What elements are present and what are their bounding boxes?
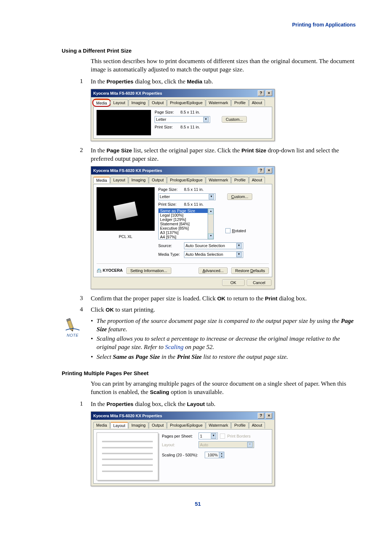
scroll-down-icon[interactable]: ▾ [208, 233, 213, 239]
scaling-input[interactable] [205, 452, 219, 458]
page-size-value: 8.5 x 11 in. [180, 110, 202, 114]
chevron-down-icon: ▾ [247, 442, 253, 447]
titlebar-buttons: ? × [257, 90, 272, 96]
tab-watermark[interactable]: Watermark [206, 422, 231, 428]
page-size-label: Page Size: [158, 187, 182, 192]
tab-prologue[interactable]: Prologue/Epilogue [167, 99, 205, 106]
step-number: 1 [80, 78, 91, 85]
tab-media[interactable]: Media [93, 177, 110, 183]
tab-media[interactable]: Media [93, 99, 110, 106]
list-item[interactable]: Same as Page Size [159, 209, 208, 213]
t: Scaling [150, 389, 169, 395]
t: Click [91, 306, 106, 313]
tab-layout[interactable]: Layout [110, 99, 128, 106]
print-size-label: Print Size: [155, 125, 178, 129]
t: tab. [202, 78, 213, 85]
spin-down-icon[interactable]: ▾ [219, 455, 224, 458]
step-number: 4 [80, 306, 91, 313]
tab-imaging[interactable]: Imaging [128, 422, 148, 428]
tab-profile[interactable]: Profile [231, 99, 248, 106]
tab-imaging[interactable]: Imaging [128, 99, 148, 106]
t: Page Size [106, 147, 132, 153]
tabstrip: Media Layout Imaging Output Prologue/Epi… [93, 99, 272, 106]
list-item[interactable]: Executive [85%] [159, 226, 208, 230]
chevron-down-icon: ▾ [211, 433, 216, 439]
tab-profile[interactable]: Profile [231, 177, 248, 183]
print-size-listbox[interactable]: Same as Page Size Legal [100%] Ledger [1… [158, 208, 208, 239]
t: Print Size [241, 147, 266, 153]
tab-output[interactable]: Output [149, 177, 167, 183]
chevron-down-icon: ▾ [203, 117, 209, 122]
tab-output[interactable]: Output [149, 99, 167, 106]
step-text: In the Page Size list, select the origin… [91, 147, 356, 163]
tab-prologue[interactable]: Prologue/Epilogue [167, 177, 205, 183]
media-type-label: Media Type: [158, 252, 182, 257]
tab-about[interactable]: About [249, 177, 265, 183]
layout-dropdown: Auto ▾ [199, 441, 254, 448]
t: Print Size [177, 353, 202, 360]
page-number: 51 [40, 501, 356, 507]
preview-thumbnail [97, 110, 151, 135]
tab-watermark[interactable]: Watermark [206, 177, 231, 183]
list-item[interactable]: A3 [137%] [159, 230, 208, 235]
tab-prologue[interactable]: Prologue/Epilogue [167, 422, 205, 428]
t: Properties [106, 78, 133, 85]
source-label: Source: [158, 243, 182, 248]
tab-imaging[interactable]: Imaging [128, 177, 148, 183]
dropdown-value: Letter [156, 117, 166, 122]
restore-defaults-button[interactable]: Restore Defaults [231, 267, 269, 274]
pages-per-sheet-dropdown[interactable]: 1 ▾ [199, 432, 218, 439]
dialog-properties-media: Kyocera Mita FS-6020 KX Properties ? × M… [91, 89, 275, 141]
tab-output[interactable]: Output [149, 422, 167, 428]
close-button[interactable]: × [266, 168, 272, 173]
t: tab. [205, 401, 215, 407]
media-type-dropdown[interactable]: Auto Media Selection ▾ [184, 251, 243, 258]
ok-button[interactable]: OK [222, 279, 245, 286]
tab-media[interactable]: Media [93, 422, 110, 428]
scaling-link[interactable]: Scaling [165, 344, 184, 350]
step-text: In the Properties dialog box, click the … [91, 78, 356, 86]
kyocera-logo: 📇 KYOCERA [97, 268, 123, 273]
close-button[interactable]: × [266, 413, 272, 419]
tab-watermark[interactable]: Watermark [206, 99, 231, 106]
tab-layout[interactable]: Layout [110, 422, 128, 428]
setting-info-button[interactable]: Setting Information... [126, 267, 171, 274]
scroll-up-icon[interactable]: ▴ [208, 209, 213, 214]
dialog-titlebar: Kyocera Mita FS-6020 KX Properties ? × [91, 89, 274, 97]
tab-profile[interactable]: Profile [231, 422, 248, 428]
note-label: NOTE [62, 333, 83, 337]
page-size-dropdown[interactable]: Letter ▾ [155, 116, 210, 123]
help-button[interactable]: ? [258, 90, 264, 96]
tab-about[interactable]: About [249, 422, 265, 428]
list-item[interactable]: Ledger [129%] [159, 217, 208, 222]
help-button[interactable]: ? [258, 413, 264, 419]
layout-label: Layout: [162, 443, 196, 447]
cancel-button[interactable]: Cancel [247, 279, 271, 286]
tab-layout[interactable]: Layout [110, 177, 128, 183]
t: In the [91, 147, 106, 154]
section2-intro: You can print by arranging multiple page… [91, 380, 356, 397]
list-item[interactable]: Legal [100%] [159, 213, 208, 217]
rotated-checkbox[interactable] [225, 228, 230, 233]
chevron-down-icon: ▾ [209, 194, 214, 200]
list-item[interactable]: A4 [97%] [159, 235, 208, 239]
advanced-button[interactable]: Advanced... [199, 267, 228, 274]
step-text: In the Properties dialog box, click the … [91, 400, 356, 409]
t: Media [187, 78, 203, 85]
t: dialog box, click the [134, 401, 187, 407]
page-size-dropdown[interactable]: Letter ▾ [158, 193, 216, 200]
close-button[interactable]: × [266, 90, 272, 96]
help-button[interactable]: ? [258, 168, 264, 173]
scaling-spinner[interactable]: ▴▾ [205, 452, 224, 458]
custom-button[interactable]: Custom... [227, 193, 252, 200]
spin-up-icon[interactable]: ▴ [219, 452, 224, 455]
list-item[interactable]: Statement [64%] [159, 222, 208, 226]
tab-about[interactable]: About [249, 99, 265, 106]
dropdown-value: Auto Media Selection [185, 252, 223, 257]
scrollbar[interactable]: ▴▾ [208, 208, 214, 239]
page-header-link[interactable]: Printing from Applications [40, 22, 356, 28]
dialog-titlebar: Kyocera Mita FS-6020 KX Properties ? × [91, 412, 274, 420]
t: dialog box. [277, 295, 307, 302]
source-dropdown[interactable]: Auto Source Selection ▾ [184, 242, 243, 249]
custom-button[interactable]: Custom... [222, 116, 247, 123]
